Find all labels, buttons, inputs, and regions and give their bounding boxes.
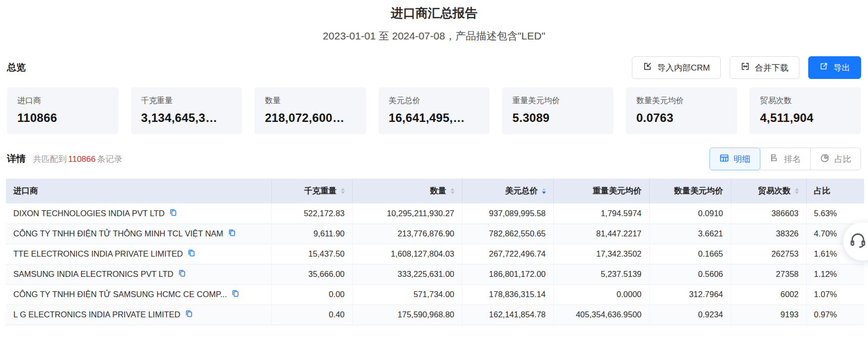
cell-trade-count: 386603 [731,203,806,224]
copy-icon[interactable] [185,309,193,320]
tab-share[interactable]: 占比 [810,148,861,170]
tab-ranking[interactable]: 排名 [760,148,811,170]
cell-quantity: 333,225,631.00 [352,264,462,284]
cell-qty-usd-avg: 0.1665 [649,244,731,264]
stat-label: 千克重量 [141,96,232,106]
cell-importer: L G ELECTRONICS INDIA PRIVATE LIMITED [6,305,271,325]
stat-value: 3,134,645,3… [141,111,232,125]
overview-section-title: 总览 [7,61,26,74]
column-label: 进口商 [13,186,38,196]
stat-card-kg-weight: 千克重量 3,134,645,3… [131,87,243,134]
column-header-kg-weight[interactable]: 千克重量 [271,179,352,203]
stat-label: 重量美元均价 [512,96,603,106]
table-header-row: 进口商千克重量数量美元总价重量美元均价数量美元均价贸易次数占比 [6,179,864,203]
cell-share: 0.97% [806,305,864,325]
sort-carets-icon[interactable] [341,188,345,194]
cell-trade-count: 9193 [731,305,806,325]
cell-importer: DIXON TECHNOLOGIES INDIA PVT LTD [6,203,271,224]
cell-kg-weight: 9,611.90 [271,224,352,244]
sort-carets-icon[interactable] [451,188,455,194]
cell-usd-total: 178,836,315.14 [462,284,553,305]
importer-name: CÔNG TY TNHH ĐIỆN TỬ SAMSUNG HCMC CE COM… [13,290,227,299]
cell-qty-usd-avg: 0.0910 [649,203,731,224]
sort-carets-icon[interactable] [542,188,546,194]
cell-quantity: 213,776,876.90 [352,224,462,244]
copy-icon[interactable] [231,289,240,300]
stat-card-importers: 进口商 110866 [7,87,119,134]
import-crm-button[interactable]: 导入内部CRM [632,56,721,79]
copy-icon[interactable] [178,269,186,279]
copy-icon[interactable] [187,249,196,259]
cell-usd-total: 937,089,995.58 [462,203,553,224]
column-header-importer: 进口商 [6,179,271,203]
cell-quantity: 175,590,968.80 [352,305,462,325]
copy-icon[interactable] [228,229,236,239]
tab-label: 占比 [834,153,851,165]
stat-card-quantity: 数量 218,072,600… [254,87,366,134]
column-header-trade-count[interactable]: 贸易次数 [731,179,806,203]
column-header-share: 占比 [806,179,864,203]
stat-card-usd-total: 美元总价 16,641,495,… [378,87,490,134]
column-header-qty-usd-avg: 数量美元均价 [649,179,731,203]
cell-importer: SAMSUNG INDIA ELECTRONICS PVT LTD [6,264,271,284]
column-header-quantity[interactable]: 数量 [352,179,462,203]
importer-name: DIXON TECHNOLOGIES INDIA PVT LTD [13,209,165,218]
pie-icon [820,153,830,165]
stat-card-trade-count: 贸易次数 4,511,904 [749,87,861,134]
copy-icon[interactable] [169,208,177,219]
cell-qty-usd-avg: 0.5606 [649,264,731,284]
column-label: 千克重量 [304,186,337,196]
merge-download-button[interactable]: 合并下载 [730,56,799,79]
cell-importer: CÔNG TY TNHH ĐIỆN TỬ SAMSUNG HCMC CE COM… [6,284,271,305]
importer-name: CÔNG TY TNHH ĐIỆN TỬ THÔNG MINH TCL VIỆT… [13,229,223,238]
stat-cards: 进口商 110866 千克重量 3,134,645,3… 数量 218,072,… [7,87,861,134]
cell-kg-weight: 35,666.00 [271,264,352,284]
cell-usd-total: 186,801,172.00 [462,264,553,284]
cell-weight-usd-avg: 81,447.2217 [553,224,649,244]
table-row: CÔNG TY TNHH ĐIỆN TỬ SAMSUNG HCMC CE COM… [6,284,864,305]
cell-kg-weight: 522,172.83 [271,203,352,224]
details-section-title: 详情 [7,153,26,165]
cell-weight-usd-avg: 5,237.5139 [553,264,649,284]
tab-label: 明细 [734,153,750,165]
column-label: 重量美元均价 [593,186,642,196]
tab-label: 排名 [784,153,801,165]
column-header-usd-total[interactable]: 美元总价 [462,179,553,203]
cell-qty-usd-avg: 3.6621 [649,224,731,244]
report-subtitle: 2023-01-01 至 2024-07-08，产品描述包含"LED" [0,29,868,43]
toolbar-actions: 导入内部CRM 合并下载 导出 [632,56,861,79]
stat-card-weight-usd-avg: 重量美元均价 5.3089 [502,87,614,134]
tab-detail[interactable]: 明细 [709,148,760,170]
stat-label: 美元总价 [389,96,480,106]
cell-weight-usd-avg: 1,794.5974 [553,203,649,224]
merge-icon [741,62,750,74]
cell-quantity: 1,608,127,804.03 [352,244,462,264]
cell-kg-weight: 15,437.50 [271,244,352,264]
table-icon [719,153,729,165]
stat-label: 数量美元均价 [636,96,727,106]
cell-kg-weight: 0.00 [271,284,352,305]
table-row: L G ELECTRONICS INDIA PRIVATE LIMITED0.4… [6,305,864,325]
cell-share: 1.07% [806,284,864,305]
match-count: 110866 [67,154,97,164]
sort-carets-icon[interactable] [795,188,799,194]
cell-share: 1.12% [806,264,864,284]
cell-usd-total: 782,862,550.65 [462,224,553,244]
cell-quantity: 571,734.00 [352,284,462,305]
column-label: 美元总价 [505,186,538,196]
merge-download-label: 合并下载 [755,62,788,74]
match-summary: 共匹配到110866条记录 [33,153,122,165]
stat-label: 贸易次数 [760,96,851,106]
export-label: 导出 [833,62,850,74]
import-icon [643,62,652,74]
column-label: 占比 [814,186,830,196]
cell-trade-count: 27358 [731,264,806,284]
table-row: CÔNG TY TNHH ĐIỆN TỬ THÔNG MINH TCL VIỆT… [6,224,864,244]
export-button[interactable]: 导出 [808,56,861,79]
cell-weight-usd-avg: 405,354,636.9500 [553,305,649,325]
importers-table: 进口商千克重量数量美元总价重量美元均价数量美元均价贸易次数占比 DIXON TE… [6,179,864,325]
table-row: SAMSUNG INDIA ELECTRONICS PVT LTD35,666.… [6,264,864,284]
cell-qty-usd-avg: 0.9234 [649,305,731,325]
column-label: 数量美元均价 [674,186,723,196]
importer-name: SAMSUNG INDIA ELECTRONICS PVT LTD [13,269,173,279]
